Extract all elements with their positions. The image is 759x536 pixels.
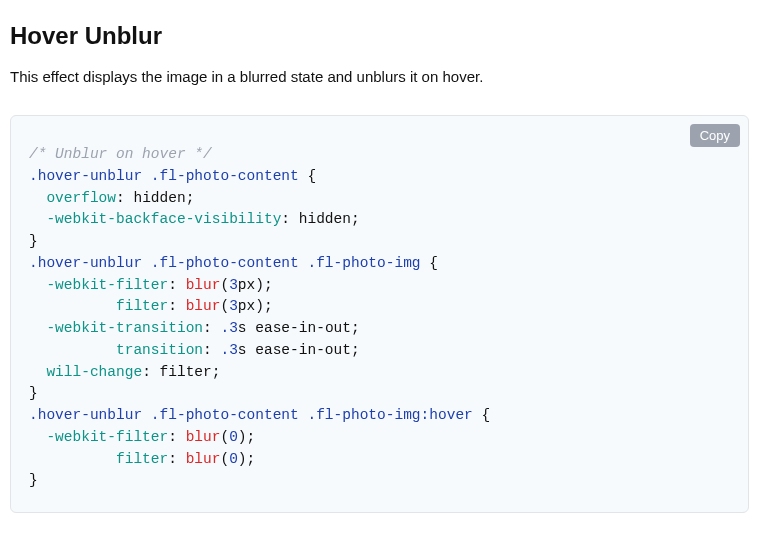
code-semi: ; (351, 320, 360, 336)
code-semi: ; (264, 298, 273, 314)
code-paren: ) (255, 298, 264, 314)
code-unit: s (238, 342, 247, 358)
code-semi: ; (212, 364, 221, 380)
code-unit: px (238, 298, 255, 314)
code-brace: { (473, 407, 490, 423)
code-paren: ( (220, 277, 229, 293)
code-paren: ( (220, 429, 229, 445)
code-property: filter (116, 451, 168, 467)
code-number: 3 (229, 277, 238, 293)
code-function: blur (186, 429, 221, 445)
code-number: .3 (220, 320, 237, 336)
code-paren: ) (255, 277, 264, 293)
code-property: -webkit-filter (46, 429, 168, 445)
code-number: 3 (229, 298, 238, 314)
code-colon: : (203, 320, 220, 336)
code-selector: .hover-unblur .fl-photo-content (29, 168, 299, 184)
code-property: overflow (46, 190, 116, 206)
code-value: hidden (299, 211, 351, 227)
code-colon: : (142, 364, 159, 380)
code-selector: .hover-unblur .fl-photo-content .fl-phot… (29, 255, 421, 271)
code-colon: : (168, 298, 185, 314)
page-title: Hover Unblur (10, 22, 749, 50)
code-colon: : (281, 211, 298, 227)
code-semi: ; (247, 451, 256, 467)
code-colon: : (116, 190, 133, 206)
code-brace: } (29, 385, 38, 401)
description-text: This effect displays the image in a blur… (10, 68, 749, 85)
code-value: ease-in-out (247, 342, 351, 358)
code-brace: { (299, 168, 316, 184)
code-colon: : (203, 342, 220, 358)
code-value: filter (160, 364, 212, 380)
code-paren: ( (220, 451, 229, 467)
code-property: will-change (46, 364, 142, 380)
code-selector: .hover-unblur .fl-photo-content .fl-phot… (29, 407, 421, 423)
code-function: blur (186, 298, 221, 314)
code-semi: ; (264, 277, 273, 293)
code-paren: ) (238, 429, 247, 445)
code-brace: } (29, 233, 38, 249)
code-property: -webkit-transition (46, 320, 203, 336)
code-brace: { (421, 255, 438, 271)
code-property: transition (116, 342, 203, 358)
code-number: 0 (229, 429, 238, 445)
code-property: -webkit-backface-visibility (46, 211, 281, 227)
code-paren: ) (238, 451, 247, 467)
code-unit: px (238, 277, 255, 293)
code-content: /* Unblur on hover */ .hover-unblur .fl-… (29, 144, 730, 492)
code-property: filter (116, 298, 168, 314)
code-unit: s (238, 320, 247, 336)
code-semi: ; (247, 429, 256, 445)
code-colon: : (168, 277, 185, 293)
code-number: .3 (220, 342, 237, 358)
code-value: ease-in-out (247, 320, 351, 336)
code-brace: } (29, 472, 38, 488)
code-function: blur (186, 277, 221, 293)
copy-button[interactable]: Copy (690, 124, 740, 147)
code-semi: ; (351, 342, 360, 358)
code-colon: : (168, 429, 185, 445)
code-colon: : (168, 451, 185, 467)
code-value: hidden (133, 190, 185, 206)
code-property: -webkit-filter (46, 277, 168, 293)
code-semi: ; (351, 211, 360, 227)
code-block: Copy /* Unblur on hover */ .hover-unblur… (10, 115, 749, 513)
code-semi: ; (186, 190, 195, 206)
code-pseudo: :hover (421, 407, 473, 423)
code-paren: ( (220, 298, 229, 314)
code-number: 0 (229, 451, 238, 467)
code-function: blur (186, 451, 221, 467)
code-comment: /* Unblur on hover */ (29, 146, 212, 162)
